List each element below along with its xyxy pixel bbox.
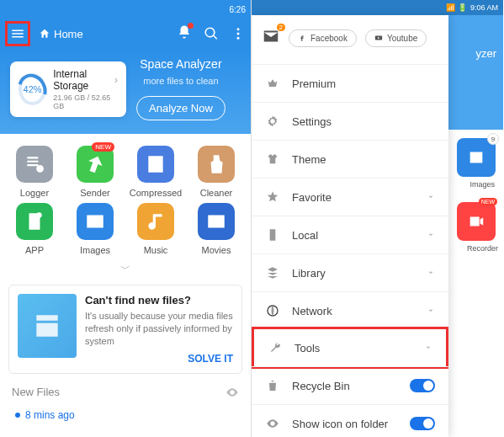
trash-icon (265, 378, 280, 393)
peek-images-label: Images (470, 180, 495, 189)
home-tab[interactable]: Home (39, 28, 83, 40)
menu-label: Recycle Bin (292, 380, 350, 392)
menu-favorite[interactable]: Favorite (252, 178, 448, 216)
notification-dot (188, 23, 194, 29)
music-icon (137, 203, 174, 240)
menu-label: Favorite (292, 191, 332, 204)
facebook-button[interactable]: Facebook (289, 29, 357, 47)
star-icon (265, 189, 280, 205)
recent-item[interactable]: 8 mins ago (0, 406, 251, 424)
menu-label: Tools (294, 342, 320, 354)
images-count: 9 (487, 133, 499, 145)
tip-body: It's usually because your media files re… (85, 310, 233, 348)
menu-recycle-bin[interactable]: Recycle Bin (252, 366, 448, 404)
tile-sender[interactable]: NEW Sender (67, 146, 123, 198)
stack-icon (265, 265, 280, 280)
menu-label: Premium (292, 77, 336, 90)
navigation-drawer: 2 Facebook Youtube Premium Settings Them… (252, 15, 448, 437)
menu-network[interactable]: Network (252, 291, 448, 329)
phone-icon (265, 227, 280, 242)
search-icon[interactable] (204, 26, 219, 41)
phone-right: 📶 🔋 9:06 AM yzer 9 Images NEW Recorder 2… (252, 0, 503, 437)
analyzer-peek-title: yzer (475, 47, 496, 60)
menu-local[interactable]: Local (252, 216, 448, 253)
drawer-menu: Premium Settings Theme Favorite Local Li… (252, 64, 448, 437)
peek-images-tile[interactable]: 9 (457, 138, 496, 177)
wrench-icon (268, 340, 283, 355)
tile-label: APP (25, 245, 44, 255)
menu-premium[interactable]: Premium (252, 64, 448, 102)
peek-recorder-label: Recorder (467, 244, 498, 253)
shirt-icon (265, 152, 280, 167)
expand-grid-button[interactable]: ﹀ (0, 258, 251, 280)
more-icon[interactable] (231, 26, 246, 41)
notifications-button[interactable] (177, 24, 192, 43)
tile-app[interactable]: APP (7, 203, 62, 255)
tip-card: Can't find new files? It's usually becau… (8, 285, 242, 374)
svg-point-4 (36, 212, 41, 217)
tile-movies[interactable]: Movies (188, 203, 244, 255)
tile-compressed[interactable]: Compressed (128, 146, 183, 198)
app-icon (16, 203, 53, 240)
tile-cleaner[interactable]: Cleaner (188, 146, 244, 198)
chevron-down-icon (427, 267, 435, 280)
new-files-label: New Files (12, 386, 60, 398)
analyze-now-button[interactable]: Analyze Now (136, 96, 225, 120)
status-bar-right: 📶 🔋 9:06 AM (252, 0, 503, 15)
tile-music[interactable]: Music (128, 203, 183, 255)
tile-logger[interactable]: Logger (7, 146, 62, 198)
background-peek: yzer 9 Images NEW Recorder (448, 15, 503, 437)
menu-label: Library (292, 267, 326, 280)
peek-recorder-tile[interactable]: NEW (457, 202, 496, 241)
menu-tools[interactable]: Tools (252, 327, 448, 369)
hamburger-icon (10, 26, 25, 41)
menu-library[interactable]: Library (252, 253, 448, 291)
movies-icon (198, 203, 235, 240)
tip-illustration (18, 294, 77, 358)
toggle-switch[interactable] (410, 417, 435, 430)
youtube-icon (374, 34, 383, 42)
storage-percent: 42% (19, 73, 46, 105)
menu-label: Local (292, 229, 318, 242)
menu-label: Show icon on folder (292, 418, 388, 430)
new-files-header[interactable]: New Files (0, 379, 251, 406)
facebook-icon (298, 34, 306, 42)
tile-label: Images (80, 245, 110, 255)
menu-settings[interactable]: Settings (252, 102, 448, 140)
analyzer-subtitle: more files to clean (143, 76, 218, 86)
youtube-button[interactable]: Youtube (365, 29, 427, 47)
menu-label: Settings (292, 115, 332, 128)
status-bar: 6:26 (0, 0, 251, 19)
menu-label: Theme (292, 153, 326, 166)
eye-icon (265, 416, 280, 431)
recorder-badge: NEW (479, 198, 497, 205)
logger-icon (16, 146, 53, 183)
app-bar: Home (0, 19, 251, 49)
chevron-down-icon (424, 342, 432, 354)
chevron-down-icon (427, 191, 435, 204)
status-time: 6:26 (230, 5, 246, 14)
toggle-switch[interactable] (410, 379, 435, 392)
internal-storage-card[interactable]: 42% Internal Storage › 21.96 GB / 52.65 … (10, 61, 126, 117)
gear-icon (265, 114, 280, 129)
phone-left: 6:26 Home 42% Internal Storage › 21.96 G… (0, 0, 252, 437)
solve-it-button[interactable]: SOLVE IT (85, 353, 233, 365)
storage-capacity: 21.96 GB / 52.65 GB (53, 93, 118, 110)
mail-button[interactable]: 2 (262, 27, 280, 49)
svg-point-0 (237, 28, 240, 30)
tile-label: Cleaner (200, 188, 233, 198)
hamburger-menu-button[interactable] (5, 21, 30, 46)
menu-show-icon-on-folder[interactable]: Show icon on folder (252, 404, 448, 437)
app-bar-actions (177, 24, 246, 43)
compressed-icon (137, 146, 174, 183)
tile-images[interactable]: Images (67, 203, 123, 255)
eye-icon (225, 386, 239, 399)
mail-count: 2 (277, 24, 285, 31)
menu-label: Network (292, 305, 332, 317)
tile-label: Sender (80, 188, 109, 198)
tile-label: Movies (202, 245, 231, 255)
tile-label: Compressed (130, 188, 182, 198)
menu-theme[interactable]: Theme (252, 140, 448, 178)
chevron-down-icon (427, 305, 435, 317)
svg-point-3 (36, 165, 44, 173)
